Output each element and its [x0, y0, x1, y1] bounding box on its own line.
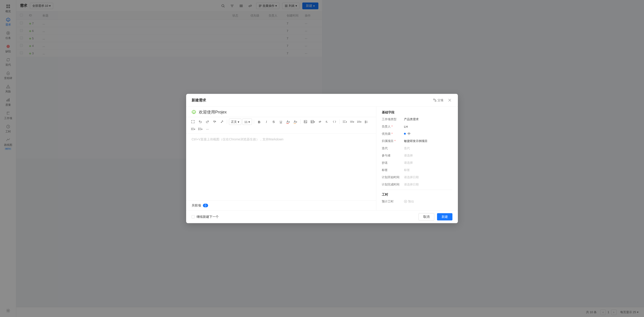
dialog-title: 新建需求 — [192, 98, 206, 102]
editor-area: 正文 ▾ 11 ▾ B I S — [186, 107, 322, 159]
strikethrough-button[interactable]: S — [270, 119, 277, 125]
editor-toolbar: 正文 ▾ 11 ▾ B I S — [186, 117, 322, 134]
indent-chevron: ▾ — [194, 128, 195, 130]
text-style-select[interactable]: 正文 ▾ — [229, 119, 242, 125]
table-chevron: ▾ — [314, 120, 315, 123]
underline-button[interactable]: U — [278, 119, 284, 125]
text-style-chevron: ▾ — [238, 120, 239, 124]
table-button[interactable]: ▾ — [310, 119, 316, 125]
italic-icon: I — [266, 120, 267, 124]
redo-button[interactable] — [204, 119, 210, 125]
bold-icon: B — [258, 120, 260, 124]
svg-rect-28 — [304, 120, 307, 123]
svg-point-29 — [305, 121, 305, 121]
image-button[interactable] — [302, 119, 309, 125]
italic-button[interactable]: I — [263, 119, 270, 125]
content-placeholder: Ctrl+V直接上传截图（仅在Chrome浏览器生效），支持Markdown — [192, 138, 284, 141]
font-color-icon: A — [286, 120, 288, 124]
new-requirement-dialog: 新建需求 父项 — [186, 94, 322, 159]
svg-rect-30 — [311, 120, 314, 123]
format-paint-button[interactable] — [212, 119, 218, 125]
dialog-body: 正文 ▾ 11 ▾ B I S — [186, 107, 322, 159]
editor-content[interactable]: Ctrl+V直接上传截图（仅在Chrome浏览器生效），支持Markdown — [186, 134, 322, 159]
title-row — [186, 107, 322, 117]
requirement-type-icon — [192, 110, 196, 114]
indent-button[interactable]: ▾ — [190, 126, 196, 132]
font-color-chevron: ▾ — [289, 120, 290, 123]
dialog-header: 新建需求 父项 — [186, 94, 322, 107]
spacing-chevron: ▾ — [201, 128, 202, 130]
underline-icon: U — [280, 120, 282, 124]
line-spacing-button[interactable]: ▾ — [197, 126, 203, 132]
bold-button[interactable]: B — [256, 119, 262, 125]
font-size-chevron: ▾ — [248, 120, 250, 124]
undo-button[interactable] — [197, 119, 203, 125]
font-size-label: 11 — [244, 120, 248, 124]
highlight-button[interactable]: A ▾ — [292, 119, 298, 125]
link-button[interactable] — [317, 119, 322, 125]
title-input[interactable] — [199, 110, 322, 114]
strikethrough-icon: S — [273, 120, 275, 124]
text-style-label: 正文 — [231, 120, 237, 124]
highlight-icon: A — [294, 120, 296, 124]
clear-format-button[interactable] — [219, 119, 225, 125]
highlight-chevron: ▾ — [296, 120, 297, 123]
expand-button[interactable] — [190, 119, 196, 125]
font-color-button[interactable]: A ▾ — [285, 119, 291, 125]
toolbar-divider-2 — [254, 120, 254, 124]
font-size-select[interactable]: 11 ▾ — [242, 119, 252, 125]
toolbar-divider-3 — [300, 120, 300, 124]
more-button[interactable]: ··· — [204, 126, 210, 132]
more-icon: ··· — [206, 127, 209, 131]
